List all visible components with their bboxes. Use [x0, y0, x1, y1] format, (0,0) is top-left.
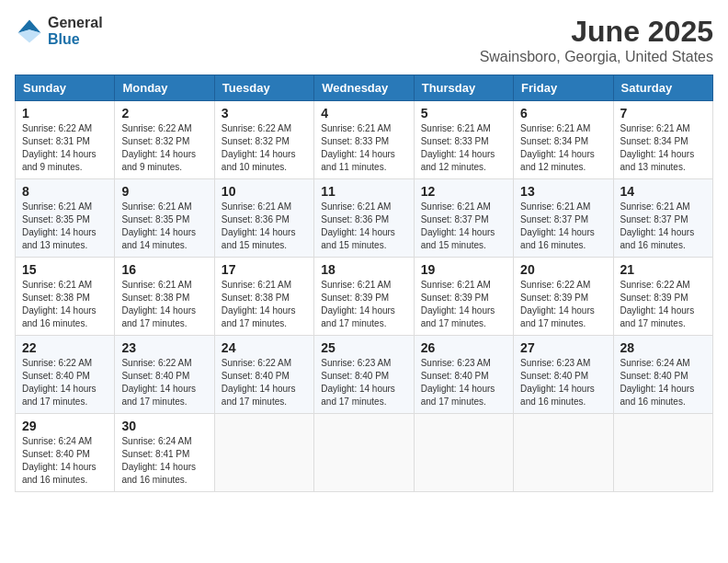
day-info: Sunrise: 6:23 AMSunset: 8:40 PMDaylight:… [520, 358, 595, 407]
calendar-header-row: SundayMondayTuesdayWednesdayThursdayFrid… [16, 75, 713, 101]
calendar-cell [214, 414, 313, 492]
day-info: Sunrise: 6:22 AMSunset: 8:31 PMDaylight:… [22, 123, 97, 172]
calendar-cell: 11 Sunrise: 6:21 AMSunset: 8:36 PMDaylig… [314, 179, 414, 258]
weekday-header-thursday: Thursday [414, 75, 513, 101]
calendar-cell [613, 414, 712, 492]
calendar-cell: 24 Sunrise: 6:22 AMSunset: 8:40 PMDaylig… [214, 336, 313, 414]
day-info: Sunrise: 6:22 AMSunset: 8:39 PMDaylight:… [620, 280, 695, 328]
day-info: Sunrise: 6:21 AMSunset: 8:39 PMDaylight:… [321, 280, 395, 328]
calendar-cell: 21 Sunrise: 6:22 AMSunset: 8:39 PMDaylig… [613, 258, 712, 336]
calendar-cell: 17 Sunrise: 6:21 AMSunset: 8:38 PMDaylig… [214, 258, 313, 336]
day-info: Sunrise: 6:22 AMSunset: 8:39 PMDaylight:… [520, 280, 595, 328]
calendar-cell: 9 Sunrise: 6:21 AMSunset: 8:35 PMDayligh… [115, 179, 214, 258]
day-number: 4 [321, 106, 406, 121]
day-info: Sunrise: 6:22 AMSunset: 8:40 PMDaylight:… [121, 358, 196, 407]
day-number: 27 [520, 340, 606, 355]
day-number: 13 [520, 184, 606, 199]
day-number: 20 [520, 262, 606, 277]
weekday-header-wednesday: Wednesday [314, 75, 414, 101]
day-number: 14 [620, 184, 706, 199]
day-info: Sunrise: 6:21 AMSunset: 8:39 PMDaylight:… [421, 280, 495, 328]
day-number: 2 [121, 106, 207, 121]
calendar-cell: 19 Sunrise: 6:21 AMSunset: 8:39 PMDaylig… [414, 258, 513, 336]
weekday-header-monday: Monday [115, 75, 214, 101]
day-number: 11 [321, 184, 406, 199]
day-info: Sunrise: 6:22 AMSunset: 8:40 PMDaylight:… [222, 358, 296, 407]
day-info: Sunrise: 6:23 AMSunset: 8:40 PMDaylight:… [321, 358, 395, 407]
day-number: 7 [620, 106, 706, 121]
calendar-cell: 1 Sunrise: 6:22 AMSunset: 8:31 PMDayligh… [16, 101, 115, 179]
day-info: Sunrise: 6:21 AMSunset: 8:34 PMDaylight:… [620, 123, 695, 172]
calendar-cell: 7 Sunrise: 6:21 AMSunset: 8:34 PMDayligh… [613, 101, 712, 179]
logo-icon [15, 17, 44, 46]
calendar-cell: 26 Sunrise: 6:23 AMSunset: 8:40 PMDaylig… [414, 336, 513, 414]
calendar-cell: 13 Sunrise: 6:21 AMSunset: 8:37 PMDaylig… [514, 179, 613, 258]
calendar-table: SundayMondayTuesdayWednesdayThursdayFrid… [15, 75, 713, 492]
day-info: Sunrise: 6:22 AMSunset: 8:40 PMDaylight:… [22, 358, 97, 407]
day-number: 16 [121, 262, 207, 277]
calendar-cell: 20 Sunrise: 6:22 AMSunset: 8:39 PMDaylig… [514, 258, 613, 336]
day-number: 19 [421, 262, 506, 277]
calendar-cell: 18 Sunrise: 6:21 AMSunset: 8:39 PMDaylig… [314, 258, 414, 336]
day-number: 18 [321, 262, 406, 277]
day-number: 26 [421, 340, 506, 355]
day-info: Sunrise: 6:21 AMSunset: 8:37 PMDaylight:… [421, 201, 495, 250]
day-number: 6 [520, 106, 606, 121]
day-number: 24 [222, 340, 307, 355]
weekday-header-tuesday: Tuesday [214, 75, 313, 101]
calendar-cell: 28 Sunrise: 6:24 AMSunset: 8:40 PMDaylig… [613, 336, 712, 414]
calendar-cell: 29 Sunrise: 6:24 AMSunset: 8:40 PMDaylig… [16, 414, 115, 492]
logo-blue-text: Blue [48, 31, 103, 48]
calendar-week-5: 29 Sunrise: 6:24 AMSunset: 8:40 PMDaylig… [16, 414, 713, 492]
calendar-cell [514, 414, 613, 492]
day-number: 28 [620, 340, 706, 355]
day-number: 15 [22, 262, 108, 277]
calendar-cell [414, 414, 513, 492]
day-info: Sunrise: 6:21 AMSunset: 8:37 PMDaylight:… [620, 201, 695, 250]
calendar-cell: 3 Sunrise: 6:22 AMSunset: 8:32 PMDayligh… [214, 101, 313, 179]
calendar-week-1: 1 Sunrise: 6:22 AMSunset: 8:31 PMDayligh… [16, 101, 713, 179]
day-info: Sunrise: 6:21 AMSunset: 8:37 PMDaylight:… [520, 201, 595, 250]
calendar-cell: 12 Sunrise: 6:21 AMSunset: 8:37 PMDaylig… [414, 179, 513, 258]
calendar-cell: 16 Sunrise: 6:21 AMSunset: 8:38 PMDaylig… [115, 258, 214, 336]
calendar-cell: 27 Sunrise: 6:23 AMSunset: 8:40 PMDaylig… [514, 336, 613, 414]
calendar-week-4: 22 Sunrise: 6:22 AMSunset: 8:40 PMDaylig… [16, 336, 713, 414]
day-number: 12 [421, 184, 506, 199]
calendar-cell: 15 Sunrise: 6:21 AMSunset: 8:38 PMDaylig… [16, 258, 115, 336]
calendar-cell: 8 Sunrise: 6:21 AMSunset: 8:35 PMDayligh… [16, 179, 115, 258]
calendar-cell [314, 414, 414, 492]
day-number: 9 [121, 184, 207, 199]
day-number: 22 [22, 340, 108, 355]
day-number: 21 [620, 262, 706, 277]
day-number: 23 [121, 340, 207, 355]
day-number: 17 [222, 262, 307, 277]
day-info: Sunrise: 6:21 AMSunset: 8:36 PMDaylight:… [321, 201, 395, 250]
day-number: 1 [22, 106, 108, 121]
day-info: Sunrise: 6:23 AMSunset: 8:40 PMDaylight:… [421, 358, 495, 407]
day-number: 29 [22, 419, 108, 433]
day-number: 5 [421, 106, 506, 121]
day-info: Sunrise: 6:21 AMSunset: 8:38 PMDaylight:… [22, 280, 97, 328]
calendar-cell: 5 Sunrise: 6:21 AMSunset: 8:33 PMDayligh… [414, 101, 513, 179]
calendar-week-2: 8 Sunrise: 6:21 AMSunset: 8:35 PMDayligh… [16, 179, 713, 258]
title-block: June 2025 Swainsboro, Georgia, United St… [480, 15, 713, 65]
day-info: Sunrise: 6:24 AMSunset: 8:40 PMDaylight:… [620, 358, 695, 407]
calendar-cell: 4 Sunrise: 6:21 AMSunset: 8:33 PMDayligh… [314, 101, 414, 179]
calendar-cell: 25 Sunrise: 6:23 AMSunset: 8:40 PMDaylig… [314, 336, 414, 414]
day-info: Sunrise: 6:21 AMSunset: 8:34 PMDaylight:… [520, 123, 595, 172]
day-info: Sunrise: 6:24 AMSunset: 8:40 PMDaylight:… [22, 436, 97, 485]
logo-general-text: General [48, 15, 103, 31]
calendar-week-3: 15 Sunrise: 6:21 AMSunset: 8:38 PMDaylig… [16, 258, 713, 336]
day-info: Sunrise: 6:22 AMSunset: 8:32 PMDaylight:… [222, 123, 296, 172]
weekday-header-saturday: Saturday [613, 75, 712, 101]
day-info: Sunrise: 6:22 AMSunset: 8:32 PMDaylight:… [121, 123, 196, 172]
day-number: 8 [22, 184, 108, 199]
calendar-cell: 2 Sunrise: 6:22 AMSunset: 8:32 PMDayligh… [115, 101, 214, 179]
weekday-header-friday: Friday [514, 75, 613, 101]
day-number: 3 [222, 106, 307, 121]
calendar-cell: 22 Sunrise: 6:22 AMSunset: 8:40 PMDaylig… [16, 336, 115, 414]
day-info: Sunrise: 6:21 AMSunset: 8:38 PMDaylight:… [121, 280, 196, 328]
day-number: 30 [121, 419, 207, 433]
day-info: Sunrise: 6:21 AMSunset: 8:33 PMDaylight:… [321, 123, 395, 172]
location-subtitle: Swainsboro, Georgia, United States [480, 49, 713, 65]
